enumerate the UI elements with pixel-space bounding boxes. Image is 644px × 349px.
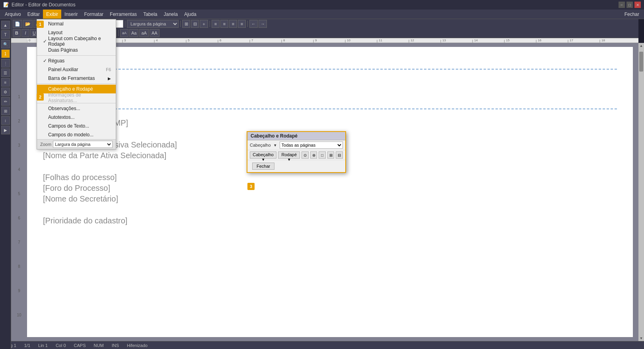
dialog-icon-3[interactable]: □ xyxy=(319,151,326,159)
sidebar-icon-10[interactable]: ⊞ xyxy=(1,107,10,115)
dialog-close-btn[interactable]: Fechar xyxy=(252,163,274,170)
menu-formatar[interactable]: Formatar xyxy=(81,10,107,19)
arrow2-btn[interactable]: → xyxy=(259,20,267,28)
dialog-icon-2[interactable]: ⊛ xyxy=(310,151,317,159)
align2-btn[interactable]: ≡ xyxy=(220,20,228,28)
sidebar-icon-5[interactable]: ⋮ xyxy=(1,59,10,68)
footer-line xyxy=(43,109,617,109)
menu-tabela[interactable]: Tabela xyxy=(140,10,160,19)
scrollbar[interactable]: ▲ ▼ xyxy=(638,43,644,341)
arrow1-btn[interactable]: ← xyxy=(249,20,258,28)
sidebar-icon-9[interactable]: ✏ xyxy=(1,97,10,106)
doc-field-4: [Folhas do processo] xyxy=(43,173,617,182)
dialog-rodape-btn[interactable]: Rodapé ▾ xyxy=(278,151,300,159)
scroll-down[interactable]: ▼ xyxy=(640,336,643,340)
svg-text:15: 15 xyxy=(506,39,510,42)
menu-observacoes[interactable]: Observações... xyxy=(37,104,116,113)
close-button[interactable]: ✕ xyxy=(634,2,641,8)
step-badge-1: 1 xyxy=(37,21,44,28)
menu-editar[interactable]: Editar xyxy=(24,10,43,19)
dialog-icon-1[interactable]: ⊙ xyxy=(302,151,309,159)
zoom-select-toolbar[interactable]: Largura da página xyxy=(127,20,179,28)
fontsize1-btn[interactable]: aA xyxy=(120,29,128,37)
svg-text:6: 6 xyxy=(220,39,222,42)
sidebar-icon-2[interactable]: T xyxy=(1,30,10,39)
margin-num-8: 8 xyxy=(18,264,20,269)
fontsize2-btn[interactable]: Aa xyxy=(129,29,138,37)
menu-informacoes-assinaturas[interactable]: Informações de Assinaturas... xyxy=(37,93,116,102)
menu-barra-ferramentas[interactable]: Barra de Ferramentas ▶ xyxy=(37,74,116,83)
sidebar-icon-3[interactable]: 🔍 xyxy=(1,40,10,48)
menu-janela[interactable]: Janela xyxy=(161,10,181,19)
menu-reguas[interactable]: ✓ Réguas xyxy=(37,56,116,65)
table-btn[interactable]: ⊞ xyxy=(182,20,190,28)
status-col: Col 0 xyxy=(54,343,68,348)
sidebar-icon-12[interactable]: ▶ xyxy=(1,126,10,134)
svg-text:0: 0 xyxy=(29,39,31,42)
menu-arquivo[interactable]: Arquivo xyxy=(2,10,24,19)
header-line xyxy=(43,69,617,70)
exibir-dropdown: Normal Layout ✓ Layout com Cabeçalho e R… xyxy=(37,19,116,149)
dialog-cabecalho-btn[interactable]: Cabeçalho ▾ xyxy=(250,151,276,159)
scroll-track[interactable] xyxy=(639,48,643,336)
dialog-pages-select[interactable]: Todas as páginas Primeira página Páginas… xyxy=(280,142,343,149)
menu-sep-1 xyxy=(37,55,116,56)
step-badge-3: 3 xyxy=(247,183,255,190)
new-btn[interactable]: 📄 xyxy=(13,20,22,28)
bold-btn[interactable]: B xyxy=(13,29,21,37)
menu-layout-cabecalho[interactable]: ✓ Layout com Cabeçalho e Rodapé xyxy=(37,37,116,46)
svg-text:9: 9 xyxy=(315,39,317,42)
dialog-icon-4[interactable]: ⊞ xyxy=(327,151,335,159)
sidebar-icon-4[interactable]: 1 xyxy=(1,49,10,58)
menu-painel-auxiliar[interactable]: Painel Auxiliar F6 xyxy=(37,65,116,74)
status-ins: INS xyxy=(110,343,121,348)
scroll-up[interactable]: ▲ xyxy=(640,44,643,48)
title-bar-left: 📝 Editor - Editor de Documentos xyxy=(3,2,76,8)
menu-inserir[interactable]: Inserir xyxy=(61,10,81,19)
margin-num-5: 5 xyxy=(18,192,20,196)
align4-btn[interactable]: ≡ xyxy=(238,20,246,28)
menu-autotextos[interactable]: Autotextos... xyxy=(37,113,116,122)
title-bar: 📝 Editor - Editor de Documentos − □ ✕ xyxy=(0,0,644,10)
fontsize3-btn[interactable]: aA xyxy=(139,29,148,37)
step-badge-2: 2 xyxy=(37,93,44,101)
dialog-dropdown-row: Cabeçalho ▾ Todas as páginas Primeira pá… xyxy=(247,140,345,150)
maximize-button[interactable]: □ xyxy=(626,2,633,8)
minimize-button[interactable]: − xyxy=(619,2,625,8)
svg-text:11: 11 xyxy=(379,39,382,42)
zoom-select-menu[interactable]: Largura da página xyxy=(53,141,113,148)
col-btn[interactable]: ⊟ xyxy=(191,20,199,28)
left-sidebar: ▲ T 🔍 1 ⋮ ☰ ≡ ⚙ ✏ ⊞ ↕ ▶ xyxy=(0,19,11,349)
status-pages: 1/1 xyxy=(23,343,32,348)
fechar-button[interactable]: Fechar xyxy=(621,10,642,19)
doc-field-6: [Nome do Secretário] xyxy=(43,194,617,204)
menu-duas-paginas[interactable]: Duas Páginas xyxy=(37,46,116,54)
fontsize4-btn[interactable]: AA xyxy=(150,29,160,37)
scroll-thumb[interactable] xyxy=(639,52,643,72)
menu-ferramentas[interactable]: Ferramentas xyxy=(107,10,140,19)
menu-ajuda[interactable]: Ajuda xyxy=(181,10,200,19)
sidebar-icon-7[interactable]: ≡ xyxy=(1,78,10,87)
svg-text:12: 12 xyxy=(411,39,414,42)
status-line: Lin 1 xyxy=(37,343,49,348)
align1-btn[interactable]: ≡ xyxy=(212,20,220,28)
status-bar: Pág 1 1/1 Lin 1 Col 0 CAPS NUM INS Hifen… xyxy=(0,341,644,349)
sidebar-icon-8[interactable]: ⚙ xyxy=(1,87,10,96)
menu-campos-modelo[interactable]: Campos do modelo... xyxy=(37,130,116,139)
menu-exibir[interactable]: Exibir xyxy=(43,10,61,19)
svg-text:18: 18 xyxy=(601,39,605,42)
dialog-icon-5[interactable]: ⊟ xyxy=(336,151,343,159)
margin-num-7: 7 xyxy=(18,240,20,244)
left-margin: 1 2 3 4 5 6 7 8 9 10 xyxy=(11,43,27,341)
sidebar-icon-6[interactable]: ☰ xyxy=(1,68,10,77)
sidebar-icon-11[interactable]: ↕ xyxy=(1,116,10,125)
document-page[interactable]: TREINAMENTO Nº MP: [Número do MP] [Nome … xyxy=(27,47,633,337)
plus-btn[interactable]: ＋ xyxy=(200,20,208,28)
status-num: NUM xyxy=(92,343,105,348)
menu-normal[interactable]: Normal xyxy=(37,19,116,28)
menu-campos-texto[interactable]: Campos de Texto... xyxy=(37,122,116,130)
italic-btn[interactable]: I xyxy=(21,29,29,37)
align3-btn[interactable]: ≡ xyxy=(229,20,237,28)
sidebar-icon-1[interactable]: ▲ xyxy=(1,21,10,29)
open-btn[interactable]: 📂 xyxy=(23,20,33,28)
